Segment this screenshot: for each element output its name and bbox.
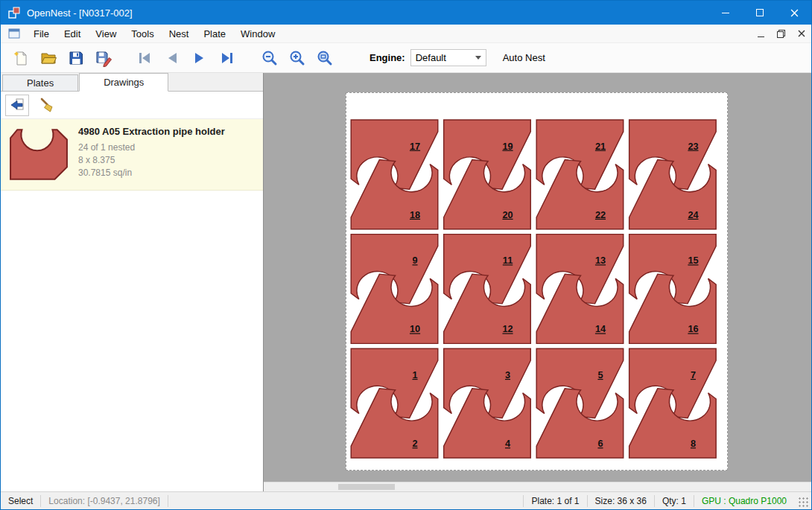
zoom-in-icon <box>288 49 306 67</box>
nav-last-button[interactable] <box>213 45 241 71</box>
main-toolbar: Engine: Default Auto Nest <box>1 43 811 73</box>
nest-pair-cell[interactable]: 56 <box>536 348 624 458</box>
resize-grip[interactable] <box>799 497 809 508</box>
nav-first-button[interactable] <box>130 45 158 71</box>
tab-drawings[interactable]: Drawings <box>79 73 168 92</box>
open-folder-icon <box>39 49 57 67</box>
zoom-fit-button[interactable] <box>311 45 338 71</box>
mdi-close-button[interactable] <box>791 25 811 42</box>
drawing-thumbnail <box>7 124 71 185</box>
part-number: 19 <box>502 141 513 152</box>
nest-part[interactable] <box>444 274 531 343</box>
part-thumbnail-icon <box>8 127 69 183</box>
menu-item-window[interactable]: Window <box>233 25 282 42</box>
nest-part[interactable] <box>629 160 717 229</box>
nest-part[interactable] <box>351 348 438 418</box>
tab-plates[interactable]: Plates <box>2 74 78 91</box>
menu-item-view[interactable]: View <box>88 25 124 42</box>
save-button[interactable] <box>62 45 89 71</box>
nest-part[interactable] <box>351 235 438 304</box>
menu-item-tools[interactable]: Tools <box>124 25 161 42</box>
part-number: 13 <box>595 256 606 267</box>
nest-pair-cell[interactable]: 1718 <box>351 120 438 229</box>
nest-pair-cell[interactable]: 2122 <box>536 120 624 229</box>
new-file-icon <box>12 49 30 67</box>
close-icon <box>790 9 799 17</box>
nest-part[interactable] <box>629 348 717 418</box>
import-drawing-button[interactable] <box>5 95 29 116</box>
sidebar-tabstrip: Plates Drawings <box>1 73 263 92</box>
engine-select[interactable]: Default <box>410 49 486 66</box>
nest-part[interactable] <box>536 160 624 229</box>
nest-pair-cell[interactable]: 78 <box>629 348 717 458</box>
mdi-document-icon[interactable] <box>8 28 20 39</box>
menu-item-file[interactable]: File <box>26 25 57 42</box>
nest-part[interactable] <box>444 348 531 418</box>
part-number: 5 <box>597 370 603 380</box>
nav-last-icon <box>218 49 236 67</box>
open-button[interactable] <box>34 45 62 71</box>
nest-part[interactable] <box>536 389 624 458</box>
nest-part[interactable] <box>536 348 624 418</box>
menu-item-edit[interactable]: Edit <box>57 25 88 42</box>
part-number: 12 <box>502 325 513 335</box>
clear-drawings-button[interactable] <box>35 95 59 116</box>
nest-pair-cell[interactable]: 1314 <box>536 235 624 344</box>
nest-pair-cell[interactable]: 1112 <box>444 235 531 344</box>
chevron-down-icon <box>475 56 481 60</box>
menu-item-nest[interactable]: Nest <box>162 25 197 42</box>
plate[interactable]: 171819202122232491011121314151612345678 <box>346 92 728 471</box>
nest-part[interactable] <box>444 120 531 189</box>
nest-part[interactable] <box>444 235 531 304</box>
zoom-out-button[interactable] <box>256 45 283 71</box>
nest-canvas[interactable]: 171819202122232491011121314151612345678 <box>263 73 811 491</box>
mdi-minimize-button[interactable] <box>751 25 771 42</box>
zoom-out-icon <box>261 49 279 67</box>
zoom-fit-icon <box>316 49 334 67</box>
horizontal-scrollbar-thumb[interactable] <box>338 484 395 490</box>
nest-pair-cell[interactable]: 910 <box>351 235 438 344</box>
save-edit-button[interactable] <box>89 45 117 71</box>
mdi-restore-button[interactable] <box>771 25 791 42</box>
nest-part[interactable] <box>629 120 717 189</box>
horizontal-scrollbar[interactable] <box>264 482 811 491</box>
nest-part[interactable] <box>536 120 624 189</box>
nav-prev-button[interactable] <box>158 45 185 71</box>
part-number: 9 <box>413 256 418 267</box>
part-number: 14 <box>595 325 606 335</box>
nest-pair-cell[interactable]: 1516 <box>629 235 717 344</box>
part-number: 7 <box>691 370 696 380</box>
nest-part[interactable] <box>351 160 438 229</box>
part-number: 3 <box>505 370 510 380</box>
app-logo-icon <box>7 6 21 19</box>
nest-part[interactable] <box>629 274 717 343</box>
mdi-close-icon <box>798 30 805 37</box>
nest-pair-cell[interactable]: 1920 <box>444 120 531 229</box>
part-number: 22 <box>595 210 606 220</box>
close-button[interactable] <box>777 1 811 25</box>
nav-next-button[interactable] <box>185 45 213 71</box>
new-button[interactable] <box>7 45 34 71</box>
minimize-icon <box>722 13 729 13</box>
auto-nest-button[interactable]: Auto Nest <box>498 49 550 66</box>
nest-part[interactable] <box>351 389 438 458</box>
drawing-list-item[interactable]: 4980 A05 Extraction pipe holder 24 of 1 … <box>1 119 263 191</box>
maximize-button[interactable] <box>743 1 777 25</box>
nest-pair-cell[interactable]: 12 <box>351 348 438 458</box>
nest-pair-cell[interactable]: 34 <box>444 348 531 458</box>
nest-part[interactable] <box>351 120 438 189</box>
nest-pair-cell[interactable]: 2324 <box>629 120 717 229</box>
menubar: File Edit View Tools Nest Plate Window <box>1 25 811 43</box>
nest-part[interactable] <box>629 235 717 304</box>
minimize-button[interactable] <box>708 1 743 25</box>
drawing-area: 30.7815 sq/in <box>78 167 225 179</box>
nest-part[interactable] <box>629 389 717 458</box>
nest-part[interactable] <box>536 274 624 343</box>
nest-part[interactable] <box>536 235 624 304</box>
nest-part[interactable] <box>444 160 531 229</box>
nest-part[interactable] <box>444 389 531 458</box>
zoom-in-button[interactable] <box>283 45 311 71</box>
menu-item-plate[interactable]: Plate <box>196 25 233 42</box>
engine-selected-value: Default <box>416 52 446 63</box>
nest-part[interactable] <box>351 274 438 343</box>
